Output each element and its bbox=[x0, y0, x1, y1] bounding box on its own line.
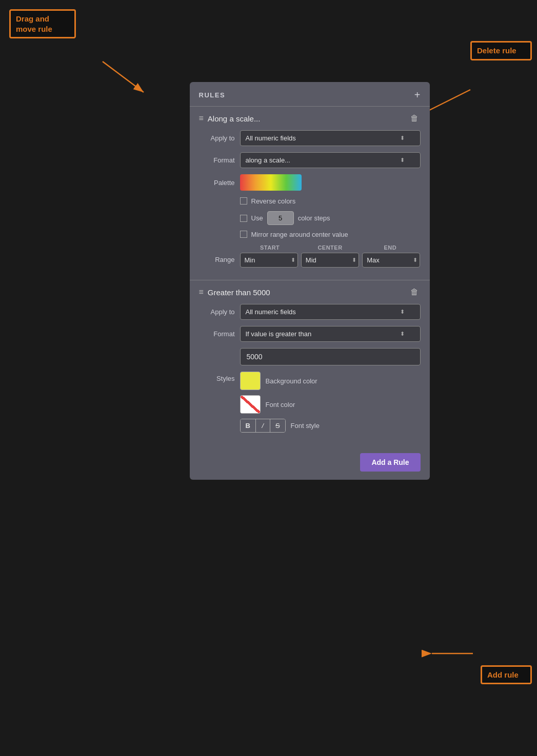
rules-header: RULES + bbox=[190, 82, 430, 107]
add-rule-callout: Add rule bbox=[481, 665, 532, 685]
rule-2-format-select-wrap: If value is greater than ⬍ bbox=[240, 326, 421, 342]
strikethrough-button[interactable]: S bbox=[270, 419, 285, 432]
chevron-down-icon: ⬍ bbox=[291, 257, 295, 263]
font-color-item: Font color bbox=[240, 395, 320, 414]
rule-1-format-value: along a scale... bbox=[246, 156, 290, 164]
add-a-rule-button[interactable]: Add a Rule bbox=[360, 453, 420, 472]
rule-1-apply-to-row: Apply to All numeric fields ⬍ bbox=[199, 130, 421, 146]
chevron-down-icon: ⬍ bbox=[400, 157, 405, 164]
rule-2-format-row: Format If value is greater than ⬍ bbox=[199, 326, 421, 342]
rule-2-name: Greater than 5000 bbox=[208, 288, 270, 297]
chevron-down-icon: ⬍ bbox=[400, 309, 405, 315]
range-end-value: Max bbox=[367, 256, 380, 264]
styles-label: Styles bbox=[199, 372, 235, 382]
font-style-label: Font style bbox=[291, 422, 320, 430]
range-center-select[interactable]: Mid ⬍ bbox=[301, 253, 359, 268]
color-steps-row: Use color steps bbox=[240, 211, 421, 225]
rule-2-apply-to-select[interactable]: All numeric fields ⬍ bbox=[240, 304, 421, 320]
color-steps-input[interactable] bbox=[267, 211, 294, 225]
mirror-range-label: Mirror range around center value bbox=[251, 230, 348, 239]
reverse-colors-label: Reverse colors bbox=[251, 197, 296, 206]
mirror-range-checkbox[interactable] bbox=[240, 231, 247, 238]
rule-1-apply-to-select-wrap: All numeric fields ⬍ bbox=[240, 130, 421, 146]
rule-2-apply-to-label: Apply to bbox=[199, 308, 235, 316]
font-style-buttons: B / S bbox=[240, 419, 286, 433]
threshold-row bbox=[199, 348, 421, 365]
rule-1-format-row: Format along a scale... ⬍ bbox=[199, 152, 421, 168]
bg-color-label: Background color bbox=[266, 377, 317, 385]
rule-2-apply-to-row: Apply to All numeric fields ⬍ bbox=[199, 304, 421, 320]
font-style-item: B / S Font style bbox=[240, 419, 320, 433]
bold-button[interactable]: B bbox=[241, 419, 256, 432]
color-steps-checkbox[interactable] bbox=[240, 215, 247, 222]
use-label: Use bbox=[251, 214, 263, 222]
rule-2-section: ≡ Greater than 5000 🗑 Apply to All numer… bbox=[190, 280, 430, 445]
rule-1-name: Along a scale... bbox=[208, 114, 261, 123]
font-color-label: Font color bbox=[266, 401, 295, 408]
rules-title: RULES bbox=[199, 91, 226, 99]
styles-options: Background color Font color B / S Font s… bbox=[240, 372, 320, 433]
rule-1-header: ≡ Along a scale... 🗑 bbox=[199, 114, 421, 123]
bg-color-item: Background color bbox=[240, 372, 320, 390]
range-headers: START CENTER END bbox=[240, 244, 421, 251]
rule-2-format-label: Format bbox=[199, 330, 235, 338]
drag-handle-1[interactable]: ≡ bbox=[199, 114, 204, 123]
color-steps-label: color steps bbox=[298, 214, 330, 222]
rule-2-apply-to-select-wrap: All numeric fields ⬍ bbox=[240, 304, 421, 320]
delete-rule-1-button[interactable]: 🗑 bbox=[408, 114, 421, 123]
palette-bar[interactable] bbox=[240, 174, 302, 191]
rule-1-header-left: ≡ Along a scale... bbox=[199, 114, 261, 123]
rule-1-section: ≡ Along a scale... 🗑 Apply to All numeri… bbox=[190, 107, 430, 280]
chevron-down-icon: ⬍ bbox=[400, 135, 405, 141]
threshold-input[interactable] bbox=[240, 348, 421, 365]
rule-2-apply-to-value: All numeric fields bbox=[246, 308, 296, 316]
panel-footer: Add a Rule bbox=[190, 445, 430, 480]
rule-2-header: ≡ Greater than 5000 🗑 bbox=[199, 288, 421, 297]
delete-rule-2-button[interactable]: 🗑 bbox=[408, 288, 421, 297]
rule-2-header-left: ≡ Greater than 5000 bbox=[199, 288, 270, 297]
range-dropdowns: Min ⬍ Mid ⬍ Max ⬍ bbox=[240, 253, 421, 268]
rule-1-format-select-wrap: along a scale... ⬍ bbox=[240, 152, 421, 168]
rule-1-format-label: Format bbox=[199, 156, 235, 164]
rule-2-format-value: If value is greater than bbox=[246, 330, 312, 338]
reverse-colors-row: Reverse colors bbox=[240, 197, 421, 206]
rule-1-apply-to-select[interactable]: All numeric fields ⬍ bbox=[240, 130, 421, 146]
range-end-select[interactable]: Max ⬍ bbox=[362, 253, 420, 268]
chevron-down-icon: ⬍ bbox=[413, 257, 417, 263]
range-center-value: Mid bbox=[306, 256, 316, 264]
range-start-value: Min bbox=[245, 256, 255, 264]
rule-1-palette-label: Palette bbox=[199, 179, 235, 187]
range-center-header: CENTER bbox=[300, 244, 360, 251]
range-end-header: END bbox=[360, 244, 420, 251]
styles-row: Styles Background color Font color B / bbox=[199, 372, 421, 433]
rule-2-format-select[interactable]: If value is greater than ⬍ bbox=[240, 326, 421, 342]
italic-button[interactable]: / bbox=[256, 419, 270, 432]
range-start-select[interactable]: Min ⬍ bbox=[240, 253, 298, 268]
mirror-range-row: Mirror range around center value bbox=[240, 230, 421, 239]
range-start-header: START bbox=[240, 244, 300, 251]
chevron-down-icon: ⬍ bbox=[352, 257, 356, 263]
reverse-colors-checkbox[interactable] bbox=[240, 197, 247, 205]
drag-arrow bbox=[62, 41, 164, 133]
add-arrow bbox=[422, 638, 483, 669]
rule-1-apply-to-label: Apply to bbox=[199, 134, 235, 142]
font-color-swatch[interactable] bbox=[240, 395, 261, 414]
chevron-down-icon: ⬍ bbox=[400, 331, 405, 337]
range-label: Range bbox=[199, 244, 235, 263]
threshold-input-wrap bbox=[240, 348, 421, 365]
range-row: Range START CENTER END Min ⬍ Mid ⬍ bbox=[199, 244, 421, 268]
drag-move-callout: Drag and move rule bbox=[9, 9, 76, 38]
rule-1-format-select[interactable]: along a scale... ⬍ bbox=[240, 152, 421, 168]
bg-color-swatch[interactable] bbox=[240, 372, 261, 390]
rules-panel: RULES + ≡ Along a scale... 🗑 Apply to Al… bbox=[190, 82, 430, 480]
delete-rule-callout: Delete rule bbox=[470, 41, 532, 60]
add-rule-icon[interactable]: + bbox=[414, 89, 421, 101]
rule-1-palette-row: Palette bbox=[199, 174, 421, 191]
range-section: START CENTER END Min ⬍ Mid ⬍ Max ⬍ bbox=[240, 244, 421, 268]
rule-1-apply-to-value: All numeric fields bbox=[246, 134, 296, 142]
drag-handle-2[interactable]: ≡ bbox=[199, 288, 204, 297]
